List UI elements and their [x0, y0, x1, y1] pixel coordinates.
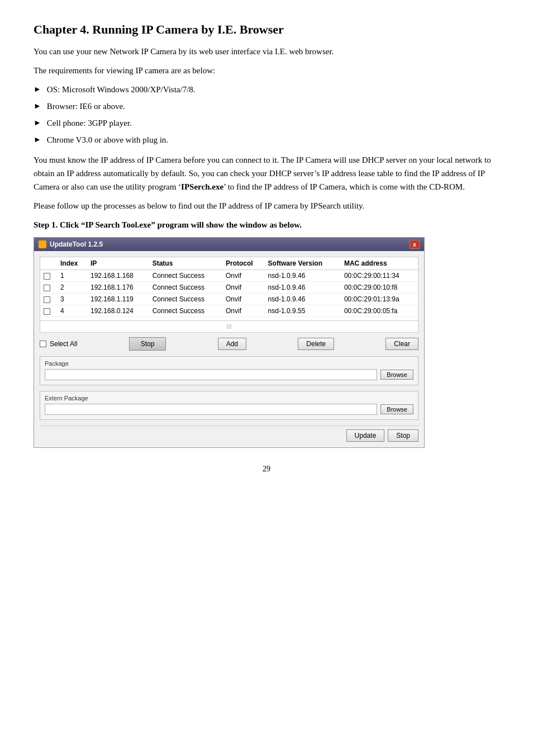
dhcp-para: You must know the IP address of IP Camer…	[34, 153, 499, 193]
row-index: 1	[57, 270, 87, 282]
bullet-text: OS: Microsoft Windows 2000/XP/Vista/7/8.	[47, 83, 196, 96]
ipserch-bold: IPSerch.exe	[181, 182, 223, 191]
row-ip: 192.168.1.168	[87, 270, 149, 282]
window-stop-button[interactable]: Stop	[388, 429, 418, 442]
row-version: nsd-1.0.9.55	[265, 305, 341, 317]
row-status: Connect Success	[149, 270, 222, 282]
row-checkbox[interactable]	[44, 308, 50, 315]
close-button[interactable]: x	[410, 240, 420, 249]
bullet-arrow: ►	[34, 117, 41, 129]
package-browse-button[interactable]: Browse	[380, 370, 413, 380]
list-item: ► Cell phone: 3GPP player.	[34, 116, 499, 130]
stop-button[interactable]: Stop	[129, 337, 166, 351]
window-body: Index IP Status Protocol Software Versio…	[34, 251, 424, 447]
intro-para-1: You can use your new Network IP Camera b…	[34, 45, 499, 58]
bullet-arrow: ►	[34, 83, 41, 96]
row-checkbox-cell	[40, 294, 57, 305]
extern-package-input-row: Browse	[45, 404, 413, 415]
delete-button[interactable]: Delete	[298, 338, 334, 350]
row-checkbox-cell	[40, 305, 57, 317]
row-protocol: Onvif	[222, 305, 265, 317]
add-button[interactable]: Add	[218, 338, 246, 350]
row-protocol: Onvif	[222, 282, 265, 294]
row-mac: 00:0C:29:00:05:fa	[341, 305, 418, 317]
bullet-text: Browser: IE6 or above.	[47, 100, 125, 113]
page-number: 29	[34, 465, 499, 474]
col-version: Software Version	[265, 257, 341, 270]
requirements-list: ► OS: Microsoft Windows 2000/XP/Vista/7/…	[34, 83, 499, 147]
titlebar: UpdateTool 1.2.5 x	[34, 238, 424, 251]
extern-browse-button[interactable]: Browse	[380, 404, 413, 414]
bullet-text: Chrome V3.0 or above with plug in.	[47, 133, 168, 147]
intro-para-2: The requirements for viewing IP camera a…	[34, 64, 499, 77]
row-mac: 00:0C:29:00:10:f8	[341, 282, 418, 294]
step1-label: Step 1. Click “IP Search Tool.exe” progr…	[34, 218, 499, 231]
title-left: UpdateTool 1.2.5	[39, 240, 103, 248]
row-index: 2	[57, 282, 87, 294]
list-item: ► Browser: IE6 or above.	[34, 100, 499, 113]
row-checkbox-cell	[40, 282, 57, 294]
row-checkbox[interactable]	[44, 296, 50, 303]
bullet-arrow: ►	[34, 134, 41, 146]
row-status: Connect Success	[149, 282, 222, 294]
scroll-hint: III	[40, 320, 418, 332]
row-ip: 192.168.1.176	[87, 282, 149, 294]
chapter-title: Chapter 4. Running IP Camera by I.E. Bro…	[34, 22, 499, 37]
col-checkbox	[40, 257, 57, 270]
bullet-text: Cell phone: 3GPP player.	[47, 116, 132, 130]
row-status: Connect Success	[149, 305, 222, 317]
device-table: Index IP Status Protocol Software Versio…	[40, 257, 418, 317]
window-title: UpdateTool 1.2.5	[50, 240, 103, 248]
ip-search-bold: IP Search Tool.exe	[85, 220, 151, 229]
row-index: 4	[57, 305, 87, 317]
package-input[interactable]	[45, 369, 377, 380]
row-index: 3	[57, 294, 87, 305]
row-protocol: Onvif	[222, 270, 265, 282]
window-icon	[39, 240, 46, 248]
row-checkbox[interactable]	[44, 273, 50, 280]
row-ip: 192.168.1.119	[87, 294, 149, 305]
col-mac: MAC address	[341, 257, 418, 270]
row-version: nsd-1.0.9.46	[265, 270, 341, 282]
row-ip: 192.168.0.124	[87, 305, 149, 317]
device-table-container: Index IP Status Protocol Software Versio…	[40, 257, 418, 333]
row-status: Connect Success	[149, 294, 222, 305]
extern-package-input[interactable]	[45, 404, 377, 415]
package-label: Package	[45, 360, 413, 367]
table-header-row: Index IP Status Protocol Software Versio…	[40, 257, 418, 270]
list-item: ► Chrome V3.0 or above with plug in.	[34, 133, 499, 147]
step-number: Step 1.	[34, 220, 58, 229]
package-section: Package Browse	[40, 356, 418, 385]
select-all-checkbox[interactable]	[40, 341, 46, 347]
row-checkbox-cell	[40, 270, 57, 282]
package-input-row: Browse	[45, 369, 413, 380]
bottom-button-bar: Select All Stop Add Delete Clear	[40, 337, 418, 351]
table-row[interactable]: 3 192.168.1.119 Connect Success Onvif ns…	[40, 294, 418, 305]
row-protocol: Onvif	[222, 294, 265, 305]
follow-para: Please follow up the processes as below …	[34, 199, 499, 212]
extern-package-section: Extern Package Browse	[40, 391, 418, 420]
col-index: Index	[57, 257, 87, 270]
bullet-arrow: ►	[34, 100, 41, 112]
col-protocol: Protocol	[222, 257, 265, 270]
table-row[interactable]: 1 192.168.1.168 Connect Success Onvif ns…	[40, 270, 418, 282]
select-all-label: Select All	[50, 340, 77, 348]
col-ip: IP	[87, 257, 149, 270]
row-mac: 00:0C:29:01:13:9a	[341, 294, 418, 305]
row-mac: 00:0C:29:00:11:34	[341, 270, 418, 282]
table-row[interactable]: 2 192.168.1.176 Connect Success Onvif ns…	[40, 282, 418, 294]
row-version: nsd-1.0.9.46	[265, 294, 341, 305]
clear-button[interactable]: Clear	[386, 338, 418, 350]
col-status: Status	[149, 257, 222, 270]
row-version: nsd-1.0.9.46	[265, 282, 341, 294]
window-bottom-bar: Update Stop	[40, 426, 418, 442]
list-item: ► OS: Microsoft Windows 2000/XP/Vista/7/…	[34, 83, 499, 96]
table-body: 1 192.168.1.168 Connect Success Onvif ns…	[40, 270, 418, 317]
update-tool-window: UpdateTool 1.2.5 x Index IP Status Proto…	[34, 237, 425, 448]
update-button[interactable]: Update	[346, 429, 385, 442]
table-row[interactable]: 4 192.168.0.124 Connect Success Onvif ns…	[40, 305, 418, 317]
row-checkbox[interactable]	[44, 285, 50, 291]
extern-package-label: Extern Package	[45, 395, 413, 401]
